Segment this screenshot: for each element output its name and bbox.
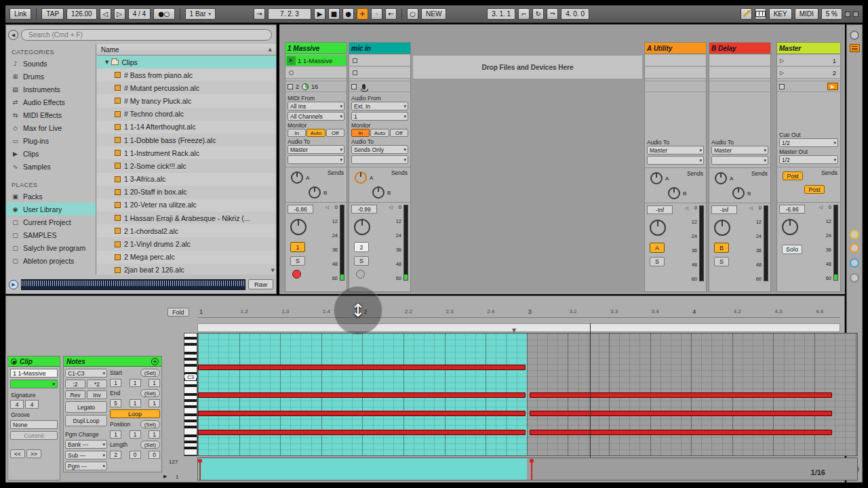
- value-box[interactable]: 1: [130, 430, 141, 439]
- next-clip-button[interactable]: >>: [26, 449, 41, 458]
- send-a-knob[interactable]: [650, 172, 663, 184]
- value-box[interactable]: 1: [130, 379, 141, 387]
- output-channel-chooser[interactable]: [288, 155, 344, 164]
- track-stop-icon[interactable]: [288, 84, 293, 89]
- midi-note[interactable]: [530, 392, 832, 398]
- pan-knob[interactable]: [714, 220, 730, 236]
- track-title[interactable]: 1 Massive: [285, 43, 347, 54]
- monitor-off-button[interactable]: Off: [326, 129, 344, 137]
- midi-note[interactable]: [198, 411, 526, 416]
- sidebar-item-midi-effects[interactable]: ⇆MIDI Effects: [6, 108, 96, 121]
- velocity-lane[interactable]: [197, 458, 858, 481]
- stop-button[interactable]: ■: [328, 8, 340, 20]
- pre-post-toggle-a[interactable]: Post: [783, 171, 803, 180]
- output-type-chooser[interactable]: Sends Only: [351, 145, 408, 154]
- link-button[interactable]: Link: [9, 8, 31, 20]
- monitor-auto-button[interactable]: Auto: [307, 129, 325, 137]
- drop-zone[interactable]: Drop Files and Devices Here: [412, 55, 643, 79]
- sidebar-item-current-project[interactable]: ▢Current Project: [6, 216, 96, 228]
- raw-button[interactable]: Raw: [248, 279, 273, 289]
- new-scene-button[interactable]: NEW: [421, 8, 446, 20]
- nudge-up-button[interactable]: ▷: [114, 8, 125, 20]
- scene-slot-1[interactable]: ▷ 1: [777, 55, 840, 66]
- clip-color-chooser[interactable]: ▾: [10, 380, 58, 388]
- sidebar-item-clips[interactable]: ▶Clips: [6, 147, 96, 160]
- list-header[interactable]: Name ▲: [97, 44, 276, 56]
- pan-knob[interactable]: [650, 220, 666, 236]
- loop-start-field[interactable]: 3. 1. 1: [487, 8, 515, 20]
- file-row[interactable]: 1 1-Instrument Rack.alc: [97, 146, 276, 159]
- set-length-button[interactable]: (Set): [140, 441, 160, 449]
- pan-knob[interactable]: [354, 219, 370, 235]
- file-row[interactable]: 1 1-Dobble bass (Freeze).alc: [97, 134, 276, 146]
- velocity-marker[interactable]: [199, 461, 201, 480]
- velocity-lane-fold-icon[interactable]: ▶: [163, 474, 167, 479]
- output-channel-chooser[interactable]: [351, 155, 408, 164]
- search-input[interactable]: [21, 29, 272, 41]
- monitor-auto-button[interactable]: Auto: [370, 129, 389, 137]
- solo-cue-button[interactable]: Solo: [782, 245, 802, 254]
- sort-asc-icon[interactable]: ▲: [269, 47, 272, 52]
- solo-button[interactable]: S: [354, 256, 369, 266]
- output-channel-chooser[interactable]: [711, 156, 768, 165]
- arm-button[interactable]: [356, 270, 365, 279]
- value-box[interactable]: 1: [130, 399, 141, 407]
- reverse-button[interactable]: Rev: [65, 390, 85, 399]
- value-box[interactable]: 0: [130, 451, 141, 459]
- file-row[interactable]: 2jan beat 2 126.alc: [97, 264, 276, 274]
- browser-collapse-icon[interactable]: ◀: [8, 30, 18, 40]
- solo-button[interactable]: S: [290, 256, 305, 266]
- session-record-button[interactable]: ○: [407, 8, 418, 20]
- record-button[interactable]: ●: [342, 8, 354, 20]
- pre-post-toggle-b[interactable]: Post: [804, 185, 825, 194]
- volume-display[interactable]: -Inf: [647, 205, 673, 214]
- piano-keys[interactable]: C3: [184, 333, 197, 456]
- sidebar-item-audio-effects[interactable]: ⇄Audio Effects: [6, 96, 96, 108]
- monitor-in-button[interactable]: In: [288, 129, 306, 137]
- grid-resolution-label[interactable]: 1/16: [811, 468, 825, 476]
- sidebar-item-user-library[interactable]: ◉User Library: [6, 203, 96, 216]
- sends-section-toggle-icon[interactable]: [850, 243, 859, 253]
- set-start-button[interactable]: (Set): [140, 369, 160, 377]
- play-button[interactable]: ▶: [314, 8, 326, 20]
- track-title[interactable]: B Delay: [709, 43, 770, 54]
- file-row[interactable]: # Bass from piano.alc: [97, 68, 276, 81]
- reenable-automation-button[interactable]: ←: [385, 8, 397, 20]
- sidebar-item-sounds[interactable]: ♪Sounds: [6, 57, 96, 70]
- file-row[interactable]: 1 3-Africa.alc: [97, 173, 276, 186]
- midi-note[interactable]: [198, 365, 526, 370]
- computer-midi-keyboard-button[interactable]: [755, 8, 766, 20]
- mixer-section-toggle-icon[interactable]: [850, 273, 859, 283]
- volume-display[interactable]: -6.86: [779, 205, 805, 214]
- track-title[interactable]: A Utility: [645, 43, 706, 54]
- arrangement-overdub-button[interactable]: +: [357, 8, 368, 20]
- fold-button[interactable]: Fold: [167, 308, 189, 317]
- time-signature-field[interactable]: 4 / 4: [128, 8, 151, 20]
- file-row[interactable]: 1 Hassan Erraji & Arabesque - Nikriz (..…: [97, 211, 276, 224]
- value-box[interactable]: 5: [110, 399, 121, 407]
- monitor-off-button[interactable]: Off: [390, 129, 408, 137]
- send-a-knob[interactable]: [355, 171, 367, 184]
- draw-mode-button[interactable]: [741, 8, 752, 20]
- value-box[interactable]: 0: [149, 451, 160, 459]
- scroll-down-icon[interactable]: ▼: [271, 268, 275, 273]
- set-end-button[interactable]: (Set): [140, 389, 160, 397]
- pan-knob[interactable]: [290, 219, 307, 235]
- clip-name-field[interactable]: 1 1-Massive: [10, 369, 58, 378]
- value-box[interactable]: 1: [110, 430, 121, 439]
- midi-note[interactable]: [530, 430, 832, 435]
- send-b-knob[interactable]: [309, 186, 321, 199]
- solo-button[interactable]: S: [714, 257, 729, 266]
- scrub-area[interactable]: [197, 323, 840, 332]
- sidebar-item-samples[interactable]: ∿Samples: [6, 160, 96, 173]
- midi-map-button[interactable]: MIDI: [795, 8, 818, 20]
- track-activator-button[interactable]: 1: [290, 242, 305, 252]
- sidebar-item-ableton-projects[interactable]: ▢Ableton projects: [6, 254, 96, 267]
- track-stop-icon[interactable]: [351, 84, 357, 89]
- track-activator-button[interactable]: B: [714, 243, 729, 253]
- volume-display[interactable]: -Inf: [711, 205, 737, 214]
- set-position-button[interactable]: (Set): [140, 420, 160, 428]
- file-row[interactable]: # My trancy Pluck.alc: [97, 94, 276, 107]
- back-to-arrangement-icon[interactable]: ▶: [827, 83, 838, 90]
- file-row[interactable]: 2 1-chordsal2.alc: [97, 224, 276, 237]
